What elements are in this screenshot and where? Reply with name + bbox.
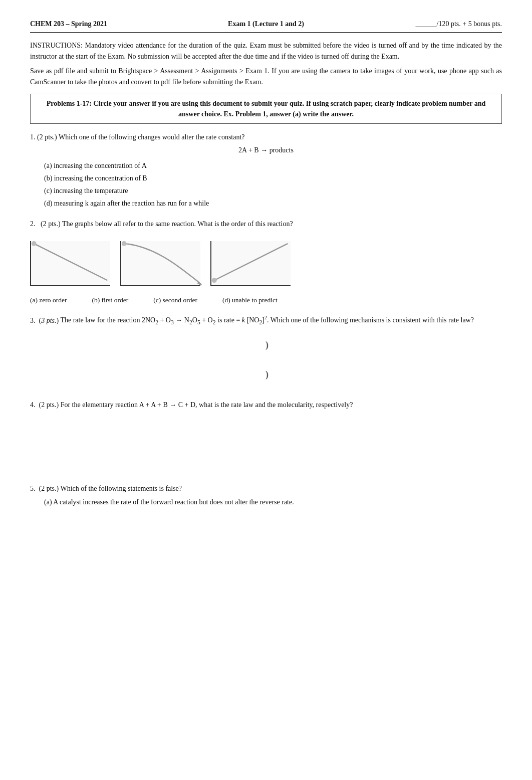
q1-text: Which one of the following changes would… (59, 133, 245, 141)
q4-header: 4. (2 pts.) For the elementary reaction … (30, 400, 502, 410)
q4-points: (2 pts.) (39, 401, 59, 409)
q3-text: The rate law for the reaction 2NO2 + O3 … (60, 316, 474, 324)
question-5: 5. (2 pts.) Which of the following state… (30, 483, 502, 507)
graph-1 (30, 241, 110, 286)
svg-line-0 (34, 244, 108, 280)
q2-answer-row: (a) zero order (b) first order (c) secon… (30, 296, 502, 304)
q1-choice-b: (b) increasing the concentration of B (44, 173, 502, 183)
q1-number: 1. (30, 133, 36, 141)
q1-header: 1. (2 pts.) Which one of the following c… (30, 132, 502, 142)
instructions-section: INSTRUCTIONS: Mandatory video attendance… (30, 40, 502, 88)
paren-top: ) (265, 340, 269, 350)
q3-header: 3. (3 pts.) The rate law for the reactio… (30, 314, 502, 327)
q5-number: 5. (30, 485, 36, 492)
graph-2-container (120, 241, 200, 286)
graph-3-container (210, 241, 291, 286)
q3-number: 3. (30, 316, 36, 324)
exam-title: Exam 1 (Lecture 1 and 2) (187, 20, 345, 28)
graph-2 (120, 241, 200, 286)
q4-answer-space (30, 413, 502, 473)
instructions-para1: INSTRUCTIONS: Mandatory video attendance… (30, 40, 502, 62)
course-title: CHEM 203 – Spring 2021 (30, 20, 187, 28)
points-info: ______/120 pts. + 5 bonus pts. (345, 20, 502, 28)
q2-number: 2. (30, 220, 36, 228)
q2-text: The graphs below all refer to the same r… (62, 220, 293, 228)
q1-points: (2 pts.) (37, 133, 57, 141)
graph-3 (210, 241, 291, 286)
paren-bottom: ) (265, 369, 269, 380)
instructions-para2: Save as pdf file and submit to Brightspa… (30, 66, 502, 87)
question-1: 1. (2 pts.) Which one of the following c… (30, 132, 502, 209)
q4-text: For the elementary reaction A + A + B → … (61, 401, 353, 409)
q2-points: (2 pts.) (41, 220, 61, 228)
q1-choice-a: (a) increasing the concentration of A (44, 160, 502, 171)
q3-points: (3 pts.) (39, 316, 59, 324)
svg-point-2 (122, 241, 127, 246)
graphs-row (30, 236, 502, 291)
q5-text: Which of the following statements is fal… (60, 485, 182, 492)
graph-1-container (30, 241, 110, 286)
q1-reaction: 2A + B → products (30, 146, 502, 154)
q1-choice-d: (d) measuring k again after the reaction… (44, 198, 502, 209)
question-2: 2. (2 pts.) The graphs below all refer t… (30, 219, 502, 304)
svg-point-1 (32, 241, 37, 246)
bold-instructions: Problems 1-17: Circle your answer if you… (30, 94, 502, 124)
question-4: 4. (2 pts.) For the elementary reaction … (30, 400, 502, 473)
q5-points: (2 pts.) (39, 485, 59, 492)
q5-header: 5. (2 pts.) Which of the following state… (30, 483, 502, 494)
q2-choice-d: (d) unable to predict (222, 296, 278, 304)
q2-choice-a: (a) zero order (30, 296, 67, 304)
q1-choice-c: (c) increasing the temperature (44, 185, 502, 196)
q5-choice-a: (a) A catalyst increases the rate of the… (44, 497, 502, 507)
question-3: 3. (3 pts.) The rate law for the reactio… (30, 314, 502, 389)
q2-choice-c: (c) second order (153, 296, 197, 304)
q2-header: 2. (2 pts.) The graphs below all refer t… (30, 219, 502, 229)
svg-point-4 (212, 278, 217, 283)
q4-number: 4. (30, 401, 36, 409)
svg-line-3 (214, 244, 288, 280)
exam-header: CHEM 203 – Spring 2021 Exam 1 (Lecture 1… (30, 20, 502, 33)
mechanisms-grid: ) ) (30, 330, 502, 389)
q2-choice-b: (b) first order (92, 296, 128, 304)
